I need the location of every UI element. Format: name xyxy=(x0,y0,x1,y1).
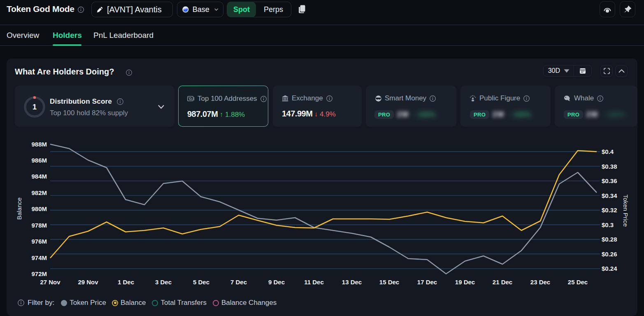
svg-text:976M: 976M xyxy=(31,238,47,245)
svg-text:988M: 988M xyxy=(31,141,47,148)
svg-text:$0.36: $0.36 xyxy=(602,177,617,184)
svg-text:980M: 980M xyxy=(31,205,47,212)
svg-text:23 Dec: 23 Dec xyxy=(530,279,550,286)
svg-text:Balance: Balance xyxy=(16,198,23,220)
svg-text:$0.38: $0.38 xyxy=(602,163,617,170)
svg-text:986M: 986M xyxy=(31,157,47,164)
svg-text:$0.4: $0.4 xyxy=(602,148,614,155)
svg-text:9 Dec: 9 Dec xyxy=(268,279,285,286)
svg-text:11 Dec: 11 Dec xyxy=(304,279,324,286)
svg-text:974M: 974M xyxy=(31,254,47,261)
svg-text:21 Dec: 21 Dec xyxy=(493,279,512,286)
svg-text:27 Nov: 27 Nov xyxy=(40,279,60,286)
svg-text:3 Dec: 3 Dec xyxy=(155,279,172,286)
svg-text:25 Dec: 25 Dec xyxy=(568,279,588,286)
svg-text:$0.26: $0.26 xyxy=(602,251,617,258)
svg-text:$0.28: $0.28 xyxy=(602,236,617,243)
svg-text:7 Dec: 7 Dec xyxy=(230,279,247,286)
svg-text:15 Dec: 15 Dec xyxy=(379,279,399,286)
svg-text:5 Dec: 5 Dec xyxy=(193,279,209,286)
svg-text:982M: 982M xyxy=(31,189,47,196)
svg-text:$0.3: $0.3 xyxy=(602,221,614,228)
svg-text:29 Nov: 29 Nov xyxy=(78,279,98,286)
svg-text:19 Dec: 19 Dec xyxy=(455,279,475,286)
svg-text:13 Dec: 13 Dec xyxy=(342,279,362,286)
svg-text:Token Price: Token Price xyxy=(622,195,629,227)
svg-text:$0.34: $0.34 xyxy=(602,192,617,199)
svg-text:$0.24: $0.24 xyxy=(602,265,617,272)
svg-text:984M: 984M xyxy=(31,173,47,180)
svg-text:972M: 972M xyxy=(31,270,47,277)
svg-text:1 Dec: 1 Dec xyxy=(118,279,134,286)
svg-text:$0.32: $0.32 xyxy=(602,207,617,214)
svg-text:17 Dec: 17 Dec xyxy=(417,279,437,286)
svg-text:978M: 978M xyxy=(31,222,47,229)
